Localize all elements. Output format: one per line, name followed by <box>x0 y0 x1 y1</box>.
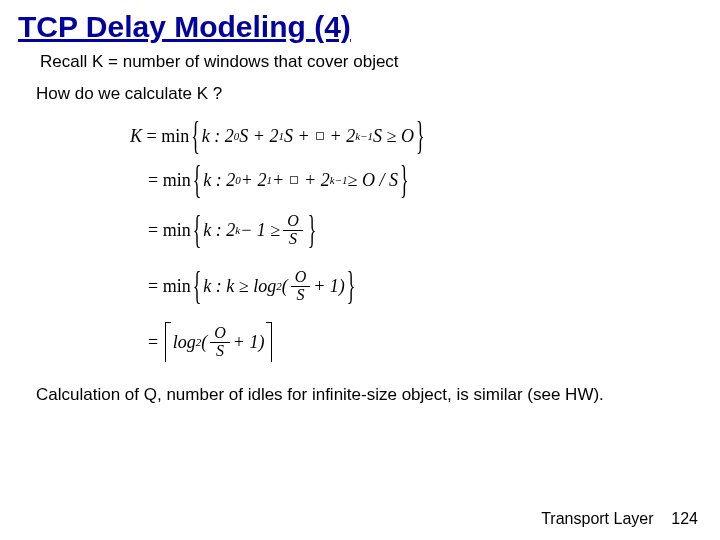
formula-row-1: K = min { k : 20 S + 21 S + + 2k−1 S ≥ O… <box>130 114 720 158</box>
recall-line: Recall K = number of windows that cover … <box>0 48 720 76</box>
footer-label: Transport Layer <box>541 510 653 527</box>
slide-title: TCP Delay Modeling (4) <box>0 0 720 48</box>
page-number: 124 <box>671 510 698 527</box>
slide-footer: Transport Layer 124 <box>541 510 698 528</box>
formula-row-2: = min { k : 20 + 21 + + 2k−1 ≥ O / S } <box>130 158 720 202</box>
formula-row-3: = min { k : 2k − 1 ≥ OS } <box>130 202 720 258</box>
bottom-note: Calculation of Q, number of idles for in… <box>0 370 720 405</box>
question-line: How do we calculate K ? <box>0 76 720 114</box>
formula-row-5: = log2 ( OS + 1) <box>130 314 720 370</box>
formula-block: K = min { k : 20 S + 21 S + + 2k−1 S ≥ O… <box>0 114 720 370</box>
formula-row-4: = min { k : k ≥ log2 ( OS + 1) } <box>130 258 720 314</box>
